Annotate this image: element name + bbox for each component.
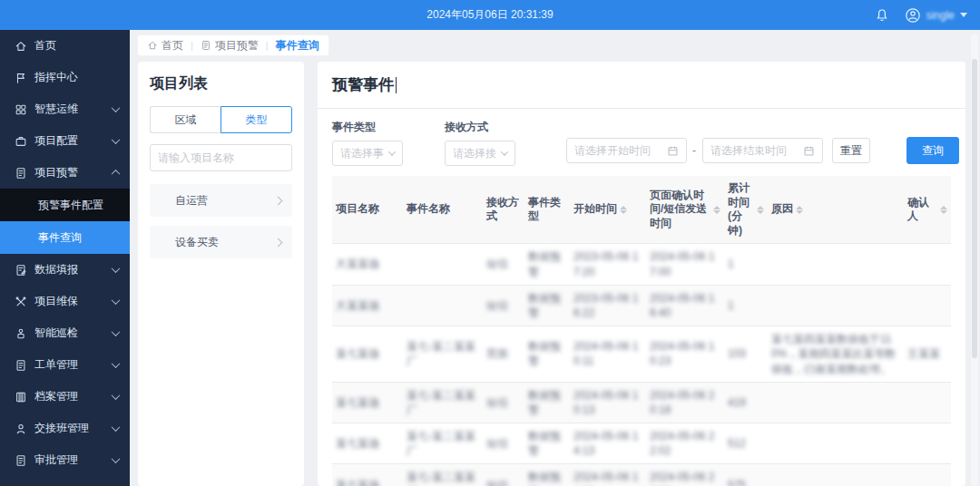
sort-icon[interactable]: [940, 206, 947, 214]
vertical-scrollbar[interactable]: [971, 34, 978, 486]
table-cell: 103: [724, 326, 768, 383]
table-cell: 2024-05-06 22:02: [646, 423, 724, 464]
sidebar-item-label: 项目配置: [34, 133, 105, 149]
column-header-4[interactable]: 开始时间: [570, 176, 646, 244]
sidebar-item-0[interactable]: 首页: [0, 30, 130, 62]
column-header-6[interactable]: 累计时间 (分钟): [724, 176, 768, 244]
sidebar-item-5[interactable]: 数据填报: [0, 254, 130, 286]
sidebar-subitem-0[interactable]: 预警事件配置: [0, 189, 130, 221]
project-list-item-0[interactable]: 自运营: [150, 184, 292, 217]
breadcrumb-item-0[interactable]: 首页: [147, 38, 183, 53]
events-table: 项目名称事件名称接收方式事件类型开始时间页面确认时间/短信发送时间累计时间 (分…: [332, 176, 951, 486]
home-icon: [15, 40, 27, 53]
table-cell: 短信: [483, 423, 524, 464]
doc-edit-icon: [15, 264, 27, 277]
breadcrumb-separator: |: [266, 40, 269, 51]
text-cursor: [396, 77, 397, 93]
column-header-8[interactable]: 确认人: [904, 176, 951, 244]
breadcrumb-item-1[interactable]: 项目预警: [201, 38, 259, 53]
table-cell: 2024-05-06 10:13: [570, 382, 646, 423]
end-time-picker[interactable]: 请选择结束时间: [702, 138, 823, 163]
table-row[interactable]: 某七某场某七-某二某某厂页面数据预警2024-05-06 10:112024-0…: [332, 326, 951, 383]
table-cell: [904, 382, 951, 423]
table-cell: [768, 285, 904, 326]
tab-region[interactable]: 区域: [150, 106, 220, 133]
sidebar-item-6[interactable]: 项目维保: [0, 286, 130, 317]
breadcrumb-item-2[interactable]: 事件查询: [276, 38, 319, 53]
briefcase-icon: [15, 135, 27, 148]
query-button[interactable]: 查询: [906, 137, 959, 164]
doc-icon: [15, 167, 27, 180]
avatar-icon: [905, 7, 921, 24]
table-cell: 某七-某二某某厂: [403, 382, 483, 423]
table-cell: 数据预警: [524, 382, 570, 423]
chevron-up-icon: [112, 170, 121, 179]
sidebar-item-10[interactable]: 交接班管理: [0, 413, 130, 444]
sidebar-subitem-1[interactable]: 事件查询: [0, 221, 130, 254]
doc-icon: [15, 359, 27, 372]
tab-type[interactable]: 类型: [220, 106, 292, 133]
filter-bar: 事件类型 请选择事件... 接收方式 请选择接收... 请选择开始时间: [332, 120, 951, 176]
user-menu[interactable]: single: [905, 7, 967, 24]
table-cell: 某七某场: [332, 423, 403, 464]
sidebar-item-8[interactable]: 工单管理: [0, 349, 130, 381]
project-list-item-1[interactable]: 设备买卖: [150, 226, 292, 258]
table-cell: 数据预警: [524, 423, 570, 464]
event-type-select[interactable]: 请选择事件...: [332, 141, 403, 166]
table-cell: 大某某场: [332, 244, 403, 285]
breadcrumb: 首页|项目预警|事件查询: [138, 35, 328, 55]
patrol-icon: [15, 327, 27, 340]
column-header-2: 接收方式: [483, 176, 524, 244]
table-cell: 某七某场: [332, 464, 403, 486]
page-title: 预警事件: [332, 74, 394, 95]
sidebar-item-2[interactable]: 智慧运维: [0, 93, 130, 125]
user-caret-icon: [960, 13, 967, 17]
sidebar-item-3[interactable]: 项目配置: [0, 125, 130, 157]
reset-button[interactable]: 重置: [832, 138, 870, 163]
table-row[interactable]: 大某某场短信数据预警2023-05-06 17:202024-05-06 17:…: [332, 244, 951, 285]
sidebar-item-9[interactable]: 档案管理: [0, 381, 130, 413]
bell-icon[interactable]: [874, 7, 890, 24]
sort-icon[interactable]: [757, 206, 764, 214]
table-cell: [904, 244, 951, 285]
table-cell: 2024-05-06 22:02: [646, 464, 724, 486]
table-cell: 大某某场: [332, 285, 403, 326]
column-header-7[interactable]: 原因: [768, 176, 904, 244]
table-cell: 2024-05-06 14:13: [570, 464, 646, 486]
table-cell: 短信: [483, 244, 524, 285]
table-row[interactable]: 大某某场短信数据预警2023-05-06 16:222024-05-06 16:…: [332, 285, 951, 326]
chevron-down-icon: [501, 148, 508, 155]
table-row[interactable]: 某七某场某七-某二某某厂短信数据预警2024-05-06 14:132024-0…: [332, 464, 951, 486]
home-icon: [147, 40, 158, 51]
table-cell: 575: [724, 464, 768, 486]
table-cell: 王某某: [904, 326, 951, 383]
column-header-3: 事件类型: [524, 176, 570, 244]
receive-method-select[interactable]: 请选择接收...: [445, 141, 515, 166]
start-time-picker[interactable]: 请选择开始时间: [566, 138, 687, 163]
sort-icon[interactable]: [713, 206, 720, 214]
table-cell: [403, 244, 483, 285]
project-tab-group: 区域 类型: [150, 106, 292, 133]
sidebar-item-label: 项目预警: [34, 165, 105, 180]
chevron-down-icon: [112, 454, 121, 463]
scrollbar-thumb[interactable]: [972, 59, 977, 358]
range-separator: -: [692, 144, 696, 157]
table-cell: 512: [724, 423, 768, 464]
table-row[interactable]: 某七某场某七-某二某某厂短信数据预警2024-05-06 14:132024-0…: [332, 423, 951, 464]
doc-icon: [15, 454, 27, 467]
sidebar-item-1[interactable]: 指挥中心: [0, 62, 130, 93]
table-cell: 2024-05-06 14:13: [570, 423, 646, 464]
project-search-input[interactable]: [150, 144, 292, 171]
table-row[interactable]: 某七某场某七-某二某某厂短信数据预警2024-05-06 10:132024-0…: [332, 382, 951, 423]
sidebar-item-4[interactable]: 项目预警: [0, 157, 130, 189]
sidebar-item-label: 工单管理: [34, 357, 105, 373]
table-cell: 某七-某二某某厂: [403, 464, 483, 486]
flag-icon: [15, 72, 27, 84]
project-list-panel: 项目列表 区域 类型 自运营设备买卖: [138, 62, 304, 486]
table-cell: 2023-05-06 17:20: [570, 244, 646, 285]
column-header-5[interactable]: 页面确认时间/短信发送时间: [646, 176, 724, 244]
sidebar-item-7[interactable]: 智能巡检: [0, 317, 130, 349]
sidebar-item-11[interactable]: 审批管理: [0, 444, 130, 476]
sort-icon[interactable]: [620, 206, 627, 214]
sort-icon[interactable]: [796, 206, 803, 214]
